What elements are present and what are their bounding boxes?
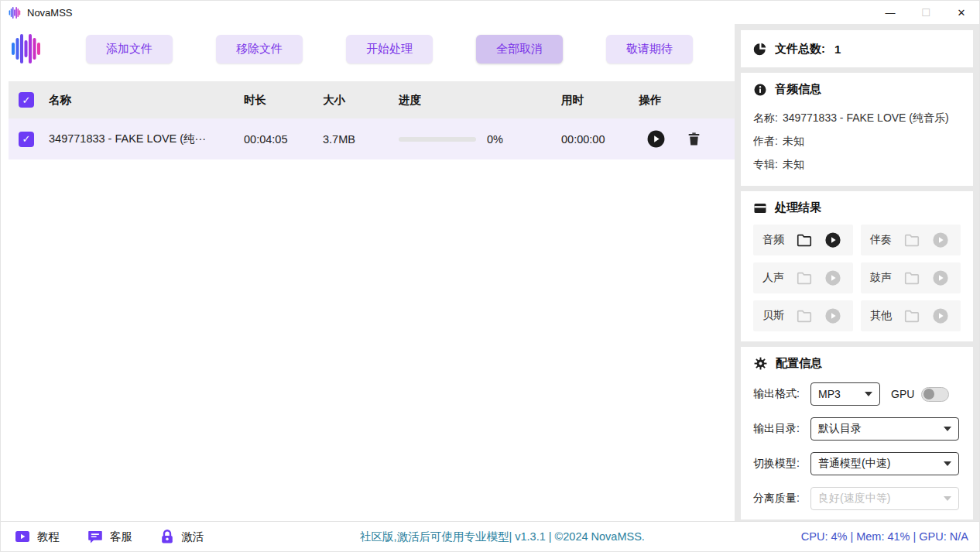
- add-files-button[interactable]: 添加文件: [86, 35, 173, 63]
- progress-cell: 0%: [399, 133, 561, 146]
- minimize-button[interactable]: —: [872, 1, 908, 24]
- results-title-row: 处理结果: [753, 201, 961, 215]
- folder-icon[interactable]: [796, 269, 813, 286]
- card-icon: [753, 201, 767, 215]
- config-title: 配置信息: [776, 356, 822, 371]
- result-item-drums: 鼓声: [861, 262, 961, 293]
- folder-icon[interactable]: [796, 307, 813, 324]
- audio-album-row: 专辑:未知: [753, 153, 961, 176]
- file-size: 3.7MB: [323, 133, 399, 146]
- app-logo-icon: [9, 7, 22, 19]
- activate-label: 激活: [181, 530, 204, 544]
- chat-bubble-icon: [87, 529, 103, 544]
- output-format-value: MP3: [818, 388, 841, 400]
- audio-name-row: 名称:349771833 - FAKE LOVE (纯音乐): [753, 106, 961, 129]
- output-dir-label: 输出目录:: [753, 422, 810, 436]
- output-format-select[interactable]: MP3: [810, 382, 880, 406]
- result-item-vocals: 人声: [753, 262, 853, 293]
- output-dir-value: 默认目录: [818, 422, 862, 436]
- gpu-label: GPU: [891, 388, 914, 400]
- config-title-row: 配置信息: [753, 356, 961, 371]
- column-header-actions: 操作: [639, 93, 735, 108]
- model-label: 切换模型:: [753, 457, 810, 471]
- model-select[interactable]: 普通模型(中速): [810, 452, 959, 475]
- play-icon[interactable]: [932, 231, 949, 249]
- result-label: 音频: [762, 233, 784, 247]
- total-files-label: 文件总数:: [775, 42, 825, 57]
- result-label: 伴奏: [870, 233, 892, 247]
- row-actions: [639, 129, 735, 149]
- audio-info-title-row: 音频信息: [753, 82, 961, 97]
- app-window: NovaMSS — ☐ ✕: [0, 0, 980, 552]
- coming-soon-button[interactable]: 敬请期待: [606, 35, 693, 63]
- folder-icon[interactable]: [903, 269, 920, 286]
- file-duration: 00:04:05: [244, 133, 323, 146]
- output-dir-row: 输出目录: 默认目录: [753, 417, 961, 441]
- folder-icon[interactable]: [796, 231, 813, 249]
- support-link[interactable]: 客服: [87, 529, 132, 544]
- window-controls: — ☐ ✕: [872, 1, 979, 24]
- quality-value: 良好(速度中等): [818, 492, 890, 506]
- time-used: 00:00:00: [561, 133, 639, 146]
- output-dir-select[interactable]: 默认目录: [810, 417, 959, 441]
- result-item-audio: 音频: [753, 225, 853, 255]
- lock-icon: [160, 529, 174, 544]
- result-label: 其他: [870, 309, 892, 323]
- file-name: 349771833 - FAKE LOVE (纯···: [49, 132, 244, 146]
- toolbar: 添加文件 移除文件 开始处理 全部取消 敬请期待: [1, 24, 735, 74]
- folder-icon[interactable]: [903, 231, 920, 249]
- play-icon[interactable]: [824, 307, 841, 324]
- result-item-accompaniment: 伴奏: [861, 225, 961, 255]
- total-files-value: 1: [834, 43, 841, 56]
- progress-bar: [399, 137, 476, 142]
- select-all-checkbox[interactable]: ✓: [19, 92, 34, 108]
- play-icon[interactable]: [824, 231, 841, 249]
- toolbar-buttons: 添加文件 移除文件 开始处理 全部取消 敬请期待: [86, 35, 693, 63]
- gpu-toggle[interactable]: [921, 387, 949, 402]
- titlebar-left: NovaMSS: [9, 7, 73, 19]
- info-icon: [753, 83, 767, 97]
- titlebar: NovaMSS — ☐ ✕: [1, 1, 979, 24]
- audio-info-title: 音频信息: [775, 82, 821, 97]
- right-pane: 文件总数: 1 音频信息 名称:349771833 - FAKE LOVE (纯…: [735, 24, 979, 521]
- tutorial-label: 教程: [37, 530, 60, 544]
- play-icon[interactable]: [932, 307, 949, 324]
- row-checkbox[interactable]: ✓: [19, 132, 34, 147]
- gpu-group: GPU: [891, 387, 949, 402]
- result-item-other: 其他: [861, 300, 961, 331]
- cancel-all-button[interactable]: 全部取消: [476, 35, 563, 63]
- maximize-button[interactable]: ☐: [908, 1, 944, 24]
- row-play-button[interactable]: [646, 129, 666, 149]
- play-icon[interactable]: [932, 269, 949, 286]
- row-delete-button[interactable]: [686, 131, 702, 147]
- play-icon[interactable]: [824, 269, 841, 286]
- waveform-logo-icon: [12, 34, 43, 63]
- remove-files-button[interactable]: 移除文件: [216, 35, 303, 63]
- start-processing-button[interactable]: 开始处理: [346, 35, 433, 63]
- gear-icon: [753, 356, 768, 371]
- column-header-size: 大小: [323, 93, 399, 108]
- main-content: 添加文件 移除文件 开始处理 全部取消 敬请期待 ✓ 名称 时长 大小 进度 用…: [1, 24, 979, 521]
- column-header-name: 名称: [49, 93, 244, 108]
- audio-album-label: 专辑:: [753, 158, 778, 170]
- column-header-time-used: 用时: [561, 93, 639, 108]
- activate-link[interactable]: 激活: [160, 529, 204, 544]
- result-item-bass: 贝斯: [753, 300, 853, 331]
- quality-select: 良好(速度中等): [810, 487, 959, 510]
- folder-icon[interactable]: [903, 307, 920, 324]
- system-stats: CPU: 4% | Mem: 41% | GPU: N/A: [801, 530, 968, 543]
- output-format-label: 输出格式:: [753, 387, 810, 401]
- close-button[interactable]: ✕: [944, 1, 979, 24]
- tutorial-link[interactable]: 教程: [15, 529, 60, 544]
- config-card: 配置信息 输出格式: MP3 GPU 输出目录:: [741, 347, 973, 519]
- statusbar: 教程 客服 激活 社区版,激活后可使用专业模型| v1.3.1 | ©2024 …: [1, 521, 979, 551]
- audio-artist-value: 未知: [783, 135, 804, 147]
- column-header-progress: 进度: [399, 93, 561, 108]
- table-header: ✓ 名称 时长 大小 进度 用时 操作: [9, 81, 735, 118]
- results-title: 处理结果: [775, 201, 821, 215]
- chevron-down-icon: [865, 392, 872, 396]
- status-links: 教程 客服 激活: [15, 529, 204, 544]
- model-value: 普通模型(中速): [818, 457, 890, 471]
- support-label: 客服: [110, 530, 132, 544]
- table-row[interactable]: ✓ 349771833 - FAKE LOVE (纯··· 00:04:05 3…: [9, 118, 735, 159]
